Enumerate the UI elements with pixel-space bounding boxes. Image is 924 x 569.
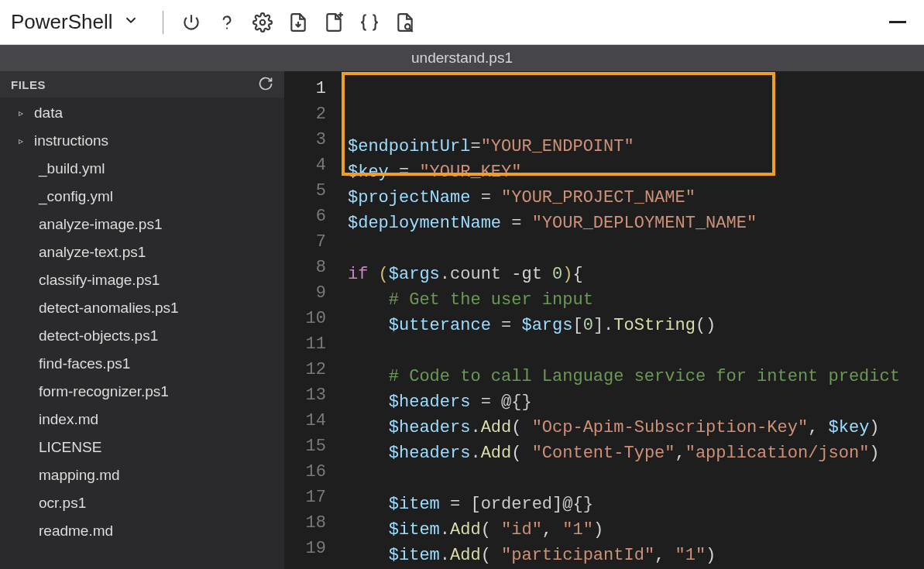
line-number: 8: [284, 255, 340, 280]
code-line[interactable]: $endpointUrl="YOUR_ENDPOINT": [340, 134, 924, 159]
file-label: LICENSE: [39, 439, 101, 456]
file-item[interactable]: form-recognizer.ps1: [0, 378, 284, 406]
token-plain: [348, 495, 389, 514]
token-paren: ): [593, 520, 603, 540]
token-prop: .: [440, 520, 450, 540]
code-line[interactable]: [340, 236, 924, 262]
token-method: Add: [481, 418, 512, 437]
new-file-icon[interactable]: [318, 7, 349, 38]
code-line[interactable]: [340, 338, 924, 364]
code-line[interactable]: if ($args.count -gt 0){: [340, 262, 924, 287]
code-line[interactable]: [340, 466, 924, 492]
file-label: readme.md: [39, 523, 113, 540]
file-item[interactable]: _build.yml: [0, 155, 284, 183]
code-line[interactable]: $headers.Add( "Content-Type","applicatio…: [340, 440, 924, 466]
file-item[interactable]: _config.yml: [0, 183, 284, 211]
token-str: "YOUR_KEY": [419, 163, 521, 182]
token-var: $headers: [389, 444, 471, 463]
line-number: 11: [284, 331, 340, 357]
token-plain: ordered: [481, 495, 552, 514]
file-item[interactable]: analyze-text.ps1: [0, 238, 284, 266]
gear-icon[interactable]: [247, 7, 278, 38]
folder-item[interactable]: ▹instructions: [0, 127, 284, 155]
file-item[interactable]: index.md: [0, 406, 284, 434]
file-item[interactable]: find-faces.ps1: [0, 350, 284, 378]
file-label: form-recognizer.ps1: [39, 383, 169, 400]
refresh-icon[interactable]: [258, 76, 273, 94]
token-paren: ,: [675, 444, 685, 463]
token-var: $item: [389, 495, 440, 514]
token-str: "YOUR_PROJECT_NAME": [501, 188, 696, 207]
file-item[interactable]: classify-image.ps1: [0, 266, 284, 294]
code-line[interactable]: $headers.Add( "Ocp-Apim-Subscription-Key…: [340, 415, 924, 440]
svg-point-1: [259, 19, 265, 25]
token-method: Add: [481, 444, 512, 463]
code-area[interactable]: $endpointUrl="YOUR_ENDPOINT"$key = "YOUR…: [340, 71, 924, 569]
token-op: -gt: [511, 265, 542, 284]
download-file-icon[interactable]: [283, 7, 314, 38]
line-number: 6: [284, 204, 340, 229]
token-plain: [511, 316, 521, 335]
line-number: 4: [284, 153, 340, 178]
help-icon[interactable]: [211, 7, 242, 38]
token-var: $key: [829, 418, 870, 437]
token-yparen: ): [562, 265, 572, 284]
code-editor[interactable]: 12345678910111213141516171819 $endpointU…: [284, 71, 924, 569]
code-line[interactable]: $item.Add( "id", "1"): [340, 517, 924, 543]
files-header-label: FILES: [11, 78, 46, 91]
file-item[interactable]: detect-objects.ps1: [0, 322, 284, 350]
token-at: @{}: [501, 392, 532, 412]
token-plain: [470, 188, 480, 207]
token-paren: ]: [552, 495, 562, 514]
file-item[interactable]: detect-anomalies.ps1: [0, 294, 284, 322]
token-plain: [491, 188, 501, 207]
power-icon[interactable]: [176, 7, 207, 38]
token-plain: [470, 392, 480, 412]
language-selector-label[interactable]: PowerShell: [11, 10, 113, 34]
folder-item[interactable]: ▹data: [0, 99, 284, 127]
file-tree: ▹data▹instructions_build.yml_config.ymla…: [0, 98, 284, 545]
token-plain: [542, 265, 552, 284]
line-number: 17: [284, 485, 340, 510]
token-kw: if: [348, 265, 368, 284]
file-search-icon[interactable]: [390, 7, 421, 38]
code-line[interactable]: # Code to call Language service for inte…: [340, 364, 924, 389]
token-str: "1": [562, 520, 593, 540]
token-plain: [368, 265, 378, 284]
code-line[interactable]: $item.Add( "participantId", "1"): [340, 543, 924, 568]
token-str: "id": [501, 520, 542, 540]
line-number: 10: [284, 306, 340, 331]
token-plain: [409, 163, 419, 182]
editor-tab[interactable]: understand.ps1: [0, 45, 924, 71]
file-item[interactable]: LICENSE: [0, 434, 284, 461]
token-op: =: [481, 392, 491, 412]
token-comment: # Code to call Language service for inte…: [389, 367, 900, 386]
code-line[interactable]: # Get the user input: [340, 287, 924, 313]
line-number: 16: [284, 459, 340, 485]
line-number: 15: [284, 434, 340, 459]
token-plain: [348, 316, 389, 335]
code-line[interactable]: $utterance = $args[0].ToString(): [340, 313, 924, 338]
token-plain: [348, 392, 389, 412]
minimize-icon[interactable]: [882, 7, 913, 38]
file-item[interactable]: readme.md: [0, 517, 284, 545]
token-plain: [491, 316, 501, 335]
file-label: ocr.ps1: [39, 495, 86, 512]
code-line[interactable]: $deploymentName = "YOUR_DEPLOYMENT_NAME": [340, 211, 924, 236]
code-line[interactable]: $headers = @{}: [340, 389, 924, 415]
braces-icon[interactable]: [354, 7, 385, 38]
token-paren: [: [470, 495, 480, 514]
file-item[interactable]: analyze-image.ps1: [0, 211, 284, 238]
token-prop: .count: [440, 265, 501, 284]
token-str: "application/json": [685, 444, 870, 463]
token-num: 0: [552, 265, 562, 284]
chevron-down-icon[interactable]: [122, 12, 139, 33]
file-item[interactable]: ocr.ps1: [0, 489, 284, 517]
code-line[interactable]: $item = [ordered]@{}: [340, 492, 924, 517]
token-num: 0: [583, 316, 593, 335]
code-line[interactable]: $key = "YOUR_KEY": [340, 159, 924, 185]
code-line[interactable]: $projectName = "YOUR_PROJECT_NAME": [340, 185, 924, 211]
token-op: =: [399, 163, 409, 182]
token-plain: [389, 163, 399, 182]
file-item[interactable]: mapping.md: [0, 461, 284, 489]
